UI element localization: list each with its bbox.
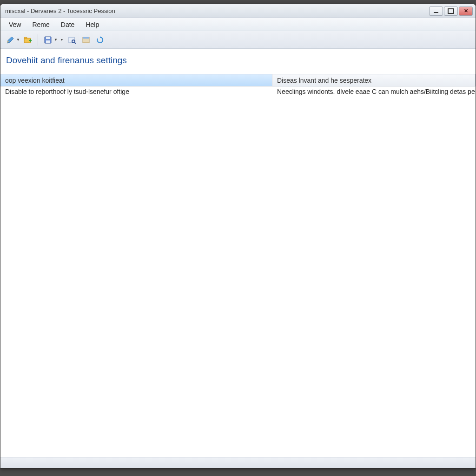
svg-line-11 xyxy=(74,42,76,44)
menu-reme[interactable]: Reme xyxy=(27,20,54,30)
pencil-icon[interactable] xyxy=(4,34,16,46)
menu-date[interactable]: Date xyxy=(56,20,79,30)
statusbar xyxy=(0,457,476,468)
list-view: oop veexion koitfieat Diseas lnvant and … xyxy=(0,74,476,457)
cell-c2: Neeclings windonts. dlvele eaae C can mu… xyxy=(272,86,476,98)
toolbar: ▼ ▼ ▾ xyxy=(0,31,476,49)
svg-rect-13 xyxy=(83,37,89,39)
svg-rect-5 xyxy=(30,39,31,42)
page-title: Dovehiit and firenanus settings xyxy=(0,49,476,74)
find-icon[interactable] xyxy=(66,34,78,46)
svg-rect-3 xyxy=(24,37,27,39)
svg-rect-8 xyxy=(46,40,50,43)
svg-rect-7 xyxy=(46,37,50,39)
disk-icon[interactable] xyxy=(42,34,54,46)
cell-c1: Disable to reþorthoof ly tsud-lsenefur o… xyxy=(0,86,272,98)
column-header-2[interactable]: Diseas lnvant and he sesperatex xyxy=(272,74,476,86)
panel-icon[interactable] xyxy=(80,34,92,46)
folder-add-icon[interactable] xyxy=(22,34,34,46)
menubar: Vew Reme Date Help xyxy=(0,18,476,31)
column-headers: oop veexion koitfieat Diseas lnvant and … xyxy=(0,74,476,86)
dropdown-icon[interactable]: ▼ xyxy=(54,38,58,42)
menu-help[interactable]: Help xyxy=(81,20,104,30)
window-controls xyxy=(429,7,473,16)
refresh-icon[interactable] xyxy=(94,34,106,46)
dropdown-icon[interactable]: ▼ xyxy=(16,38,20,42)
close-button[interactable] xyxy=(459,7,473,16)
maximize-button[interactable] xyxy=(444,7,458,16)
toolbar-separator xyxy=(38,34,38,46)
small-dropdown-icon[interactable]: ▾ xyxy=(60,34,64,46)
column-header-1[interactable]: oop veexion koitfieat xyxy=(0,74,272,86)
list-rows[interactable]: Disable to reþorthoof ly tsud-lsenefur o… xyxy=(0,86,476,457)
minimize-button[interactable] xyxy=(429,7,443,16)
table-row[interactable]: Disable to reþorthoof ly tsud-lsenefur o… xyxy=(0,86,476,98)
titlebar: miscxal - Dervanes 2 - Tocessric Pession xyxy=(0,4,476,18)
menu-vew[interactable]: Vew xyxy=(4,20,26,30)
app-window: miscxal - Dervanes 2 - Tocessric Pession… xyxy=(0,4,476,469)
window-title: miscxal - Dervanes 2 - Tocessric Pession xyxy=(5,7,115,14)
svg-marker-0 xyxy=(7,37,13,43)
